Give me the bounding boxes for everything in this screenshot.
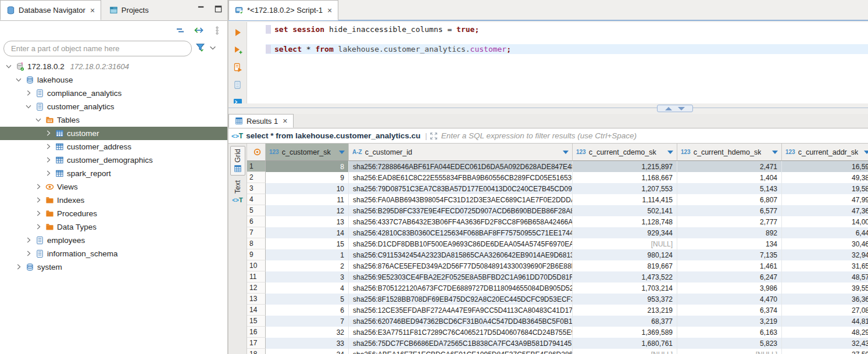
tree-item-indexes[interactable]: Indexes — [0, 194, 227, 207]
chevron-right-icon[interactable] — [15, 263, 24, 272]
cell-c_customer_id[interactable]: sha256:ABEA16E7E1ECBDCA6E01CE1095D84E37C… — [349, 349, 573, 354]
column-header-c_current_addr_sk[interactable]: 123c_current_addr_sk — [782, 144, 868, 161]
cell-c_current_addr_sk[interactable]: 27,08 — [782, 305, 868, 316]
cell-c_current_cdemo_sk[interactable]: 1,680,761 — [573, 338, 677, 349]
editor-line-3[interactable]: select * from lakehouse.customer_analyti… — [266, 44, 868, 54]
chevron-right-icon[interactable] — [24, 249, 34, 259]
close-icon[interactable]: × — [327, 6, 332, 15]
chevron-right-icon[interactable] — [44, 142, 53, 152]
cell-c_current_addr_sk[interactable]: 19,58 — [782, 183, 868, 194]
presentation-tab-grid[interactable]: Grid — [230, 146, 245, 176]
cell-c_customer_id[interactable]: sha256:D1CDF8DBB10F500EA9693C86DE6DEAA05… — [349, 238, 573, 249]
tree-item-views[interactable]: Views — [0, 180, 227, 194]
cell-c_current_addr_sk[interactable]: 31,65 — [782, 260, 868, 271]
row-number[interactable]: 2 — [247, 172, 266, 183]
minimize-icon[interactable] — [197, 5, 206, 13]
column-menu-arrow-icon[interactable] — [563, 151, 569, 154]
row-number[interactable]: 7 — [247, 227, 266, 238]
close-icon[interactable]: × — [90, 6, 95, 15]
grid-row-11[interactable]: 113sha256:9E52303CE4FBA2E2F0525E8A5BFBD2… — [247, 271, 868, 283]
cell-c_customer_sk[interactable]: 14 — [266, 227, 349, 238]
grid-row-1[interactable]: 18sha256:72888646ABF61FA044EDEC061D6DA5A… — [247, 161, 868, 172]
chevron-down-icon[interactable] — [209, 44, 217, 52]
chevron-right-icon[interactable] — [34, 209, 44, 219]
maximize-icon[interactable] — [214, 5, 223, 13]
cell-c_current_hdemo_sk[interactable]: 5,823 — [677, 338, 782, 349]
cell-c_current_addr_sk[interactable]: 48,57 — [782, 271, 868, 283]
cell-c_current_cdemo_sk[interactable]: 68,377 — [573, 316, 677, 327]
cell-c_current_cdemo_sk[interactable]: 1,215,897 — [573, 161, 677, 172]
tree-item-tables[interactable]: Tables — [0, 113, 227, 127]
tab-sql-script[interactable]: *<172.18.0.2> Script-1 × — [228, 0, 338, 20]
chevron-down-icon[interactable] — [24, 102, 34, 112]
cell-c_current_addr_sk[interactable]: 47,99 — [782, 194, 868, 205]
row-number[interactable]: 6 — [247, 216, 266, 227]
cell-c_current_hdemo_sk[interactable]: 2,471 — [677, 161, 782, 172]
cell-c_current_addr_sk[interactable]: 47,36 — [782, 205, 868, 216]
row-number[interactable]: 12 — [247, 283, 266, 294]
cell-c_current_cdemo_sk[interactable]: 929,344 — [573, 227, 677, 238]
cell-c_customer_sk[interactable]: 33 — [266, 338, 349, 349]
cell-c_customer_sk[interactable]: 34 — [266, 349, 349, 354]
cell-c_customer_sk[interactable]: 8 — [266, 161, 349, 172]
tree-item-employees[interactable]: employees — [0, 234, 227, 247]
cell-c_current_cdemo_sk[interactable]: 1,473,522 — [573, 271, 677, 283]
cell-c_current_cdemo_sk[interactable]: [NULL] — [573, 238, 677, 249]
row-number[interactable]: 8 — [247, 238, 266, 249]
row-number[interactable]: 18 — [247, 349, 266, 354]
tree-item-customer-address[interactable]: customer_address — [0, 140, 227, 153]
sql-editor[interactable]: set session hide_inaccessible_columns = … — [228, 22, 868, 103]
grid-row-2[interactable]: 29sha256:EAD8E61C8C22E555834FBBA9B60556C… — [247, 172, 868, 183]
cell-c_current_hdemo_sk[interactable]: 4,470 — [677, 294, 782, 305]
editor-line-1[interactable]: set session hide_inaccessible_columns = … — [266, 24, 868, 34]
chevron-right-icon[interactable] — [44, 129, 53, 138]
cell-c_current_addr_sk[interactable]: 32,94 — [782, 249, 868, 260]
cell-c_customer_sk[interactable]: 1 — [266, 249, 349, 260]
row-number[interactable]: 10 — [247, 260, 266, 271]
cell-c_current_hdemo_sk[interactable]: 2,777 — [677, 216, 782, 227]
cell-c_customer_sk[interactable]: 3 — [266, 271, 349, 283]
cell-c_current_addr_sk[interactable]: 48,29 — [782, 327, 868, 338]
grid-row-9[interactable]: 91sha256:C9115342454A2323DA815865CAA3260… — [247, 249, 868, 260]
column-menu-arrow-icon[interactable] — [339, 151, 345, 154]
cell-c_customer_id[interactable]: sha256:620746BED947362BCD6CF31B0A4C547DD… — [349, 316, 573, 327]
explain-plan-icon[interactable] — [233, 80, 242, 90]
column-menu-arrow-icon[interactable] — [667, 151, 673, 154]
cell-c_current_cdemo_sk[interactable]: 819,667 — [573, 260, 677, 271]
splitter-collapse-control[interactable] — [657, 105, 693, 112]
filter-funnel-icon[interactable] — [195, 42, 205, 52]
cell-c_customer_id[interactable]: sha256:9E52303CE4FBA2E2F0525E8A5BFBD2C1A… — [349, 271, 573, 283]
cell-c_customer_sk[interactable]: 13 — [266, 216, 349, 227]
close-icon[interactable]: × — [283, 116, 287, 126]
cell-c_current_hdemo_sk[interactable]: 6,577 — [677, 205, 782, 216]
cell-c_current_cdemo_sk[interactable]: 213,219 — [573, 305, 677, 316]
cell-c_current_addr_sk[interactable]: 39,55 — [782, 283, 868, 294]
row-number[interactable]: 11 — [247, 271, 266, 283]
row-number[interactable]: 16 — [247, 327, 266, 338]
cell-c_customer_id[interactable]: sha256:75DC7FCB6686EDA72565C1B838CA7FC43… — [349, 338, 573, 349]
cell-c_current_cdemo_sk[interactable]: [NULL] — [573, 349, 677, 354]
cell-c_current_cdemo_sk[interactable]: 1,369,589 — [573, 327, 677, 338]
cell-c_customer_sk[interactable]: 4 — [266, 283, 349, 294]
overflow-menu-icon[interactable] — [213, 26, 222, 35]
cell-c_current_hdemo_sk[interactable]: 1,461 — [677, 260, 782, 271]
cell-c_current_hdemo_sk[interactable]: 7,135 — [677, 249, 782, 260]
cell-c_customer_id[interactable]: sha256:4337C7AB6432E3B06FF4A3636FD2F8CC8… — [349, 216, 573, 227]
tab-projects[interactable]: Projects — [103, 0, 155, 20]
chevron-right-icon[interactable] — [34, 223, 44, 232]
tree-item-172-18-0-2[interactable]: 172.18.0.2172.18.0.2:31604 — [0, 60, 227, 73]
column-header-c_current_cdemo_sk[interactable]: 123c_current_cdemo_sk — [573, 144, 677, 161]
cell-c_current_cdemo_sk[interactable]: 1,703,214 — [573, 283, 677, 294]
cell-c_current_addr_sk[interactable]: 32,43 — [782, 338, 868, 349]
cell-c_current_addr_sk[interactable]: 37,50 — [782, 349, 868, 354]
cell-c_customer_sk[interactable]: 12 — [266, 205, 349, 216]
tree-item-lakehouse[interactable]: lakehouse — [0, 73, 227, 87]
column-menu-arrow-icon[interactable] — [772, 151, 778, 154]
row-number[interactable]: 5 — [247, 205, 266, 216]
cell-c_customer_id[interactable]: sha256:FA0ABB6943B98054FC31D12D3E3AEC689… — [349, 194, 573, 205]
cell-c_current_hdemo_sk[interactable]: 6,163 — [677, 327, 782, 338]
chevron-right-icon[interactable] — [34, 183, 44, 192]
grid-row-16[interactable]: 1632sha256:E3A77511F81C7289C76C4065217D5… — [247, 327, 868, 338]
tree-item-customer-analytics[interactable]: customer_analytics — [0, 100, 227, 113]
execute-new-tab-icon[interactable] — [233, 45, 242, 55]
